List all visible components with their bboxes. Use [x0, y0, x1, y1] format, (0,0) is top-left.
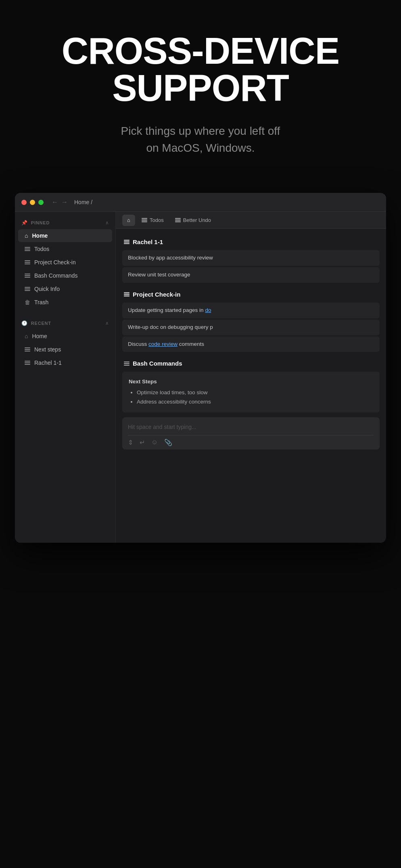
- list-item: Address accessibility concerns: [137, 397, 373, 407]
- sidebar-item-home[interactable]: ⌂ Home: [18, 229, 112, 242]
- sidebar: 📌 PINNED ∧ ⌂ Home Todos: [15, 212, 116, 543]
- group-header-bash-commands: Bash Commands: [122, 357, 380, 370]
- sidebar-item-next-steps[interactable]: Next steps: [18, 343, 112, 356]
- next-steps-title: Next Steps: [129, 377, 373, 387]
- forward-arrow[interactable]: →: [61, 199, 68, 206]
- pinned-section-header[interactable]: 📌 PINNED ∧: [15, 218, 115, 229]
- stack-icon: [124, 240, 129, 244]
- todo-item: Blocked by app accessibility review: [122, 250, 380, 266]
- attachment-icon[interactable]: 📎: [164, 439, 172, 446]
- enter-icon[interactable]: ↵: [140, 439, 145, 446]
- group-bash-commands: Bash Commands Next Steps Optimize load t…: [122, 357, 380, 412]
- sidebar-item-quick-info[interactable]: Quick Info: [18, 282, 112, 295]
- todo-item: Write-up doc on debugging query p: [122, 320, 380, 335]
- traffic-lights: [21, 200, 44, 205]
- list-item: Optimize load times, too slow: [137, 388, 373, 397]
- input-area[interactable]: Hit space and start typing... ⇕ ↵ ☺ 📎: [122, 417, 380, 450]
- minimize-button[interactable]: [30, 200, 35, 205]
- right-panel: ⌂ Todos Better Undo: [116, 212, 386, 543]
- home-icon: ⌂: [25, 333, 28, 339]
- pin-icon: 📌: [21, 220, 28, 226]
- tabs-bar: ⌂ Todos Better Undo: [116, 212, 386, 229]
- stack-icon: [124, 362, 129, 366]
- code-review-link[interactable]: code review: [148, 341, 178, 347]
- todo-item: Update getting started pages in do: [122, 303, 380, 318]
- todo-item: Review unit test coverage: [122, 267, 380, 283]
- group-header-rachel-1-1: Rachel 1-1: [122, 235, 380, 249]
- recent-chevron: ∧: [105, 320, 109, 326]
- content-area[interactable]: Rachel 1-1 Blocked by app accessibility …: [116, 229, 386, 543]
- stack-icon: [25, 347, 30, 352]
- doc-link[interactable]: do: [205, 307, 211, 313]
- fullscreen-button[interactable]: [38, 200, 44, 205]
- emoji-icon[interactable]: ☺: [151, 439, 158, 446]
- stack-icon: [25, 287, 30, 291]
- breadcrumb: Home /: [74, 199, 92, 205]
- pinned-section: 📌 PINNED ∧ ⌂ Home Todos: [15, 212, 115, 312]
- recent-section-title: 🕐 RECENT: [21, 320, 51, 326]
- group-header-project-checkin: Project Check-in: [122, 288, 380, 301]
- todo-item: Discuss code review comments: [122, 337, 380, 352]
- sidebar-item-project-checkin[interactable]: Project Check-in: [18, 256, 112, 269]
- sidebar-item-todos[interactable]: Todos: [18, 243, 112, 255]
- hero-subtitle: Pick things up where you left off on Mac…: [8, 123, 393, 157]
- tab-home[interactable]: ⌂: [122, 215, 135, 226]
- recent-section-header[interactable]: 🕐 RECENT ∧: [15, 319, 115, 329]
- stack-icon: [25, 361, 30, 365]
- hero-title: CROSS-DEVICE SUPPORT: [8, 32, 393, 107]
- stack-icon: [124, 292, 129, 297]
- back-arrow[interactable]: ←: [52, 199, 58, 206]
- next-steps-list: Optimize load times, too slow Address ac…: [129, 388, 373, 407]
- sidebar-item-bash-commands[interactable]: Bash Commands: [18, 269, 112, 282]
- input-toolbar: ⇕ ↵ ☺ 📎: [128, 435, 374, 446]
- group-rachel-1-1: Rachel 1-1 Blocked by app accessibility …: [122, 235, 380, 283]
- trash-icon: 🗑: [25, 299, 30, 305]
- stack-icon: [25, 247, 30, 251]
- stack-icon: [25, 274, 30, 278]
- stack-icon: [175, 218, 181, 222]
- nav-arrows: ← →: [52, 199, 68, 206]
- tab-todos[interactable]: Todos: [137, 215, 169, 225]
- hero-section: CROSS-DEVICE SUPPORT Pick things up wher…: [0, 0, 401, 181]
- close-button[interactable]: [21, 200, 27, 205]
- recent-section: 🕐 RECENT ∧ ⌂ Home Next steps: [15, 312, 115, 373]
- input-placeholder: Hit space and start typing...: [128, 422, 374, 435]
- app-window: ← → Home / 📌 PINNED ∧ ⌂ Home: [15, 193, 386, 543]
- sidebar-item-home-recent[interactable]: ⌂ Home: [18, 330, 112, 343]
- expand-icon[interactable]: ⇕: [128, 439, 133, 446]
- pinned-chevron: ∧: [105, 220, 109, 226]
- clock-icon: 🕐: [21, 320, 28, 326]
- pinned-section-title: 📌 PINNED: [21, 220, 50, 226]
- app-body: 📌 PINNED ∧ ⌂ Home Todos: [15, 212, 386, 543]
- sidebar-item-trash[interactable]: 🗑 Trash: [18, 296, 112, 309]
- tab-better-undo[interactable]: Better Undo: [170, 215, 216, 225]
- stack-icon: [25, 260, 30, 265]
- sidebar-item-rachel-1-1[interactable]: Rachel 1-1: [18, 356, 112, 369]
- home-icon: ⌂: [25, 232, 28, 239]
- bash-content: Next Steps Optimize load times, too slow…: [122, 372, 380, 412]
- title-bar: ← → Home /: [15, 193, 386, 212]
- group-project-checkin: Project Check-in Update getting started …: [122, 288, 380, 352]
- stack-icon: [142, 218, 147, 222]
